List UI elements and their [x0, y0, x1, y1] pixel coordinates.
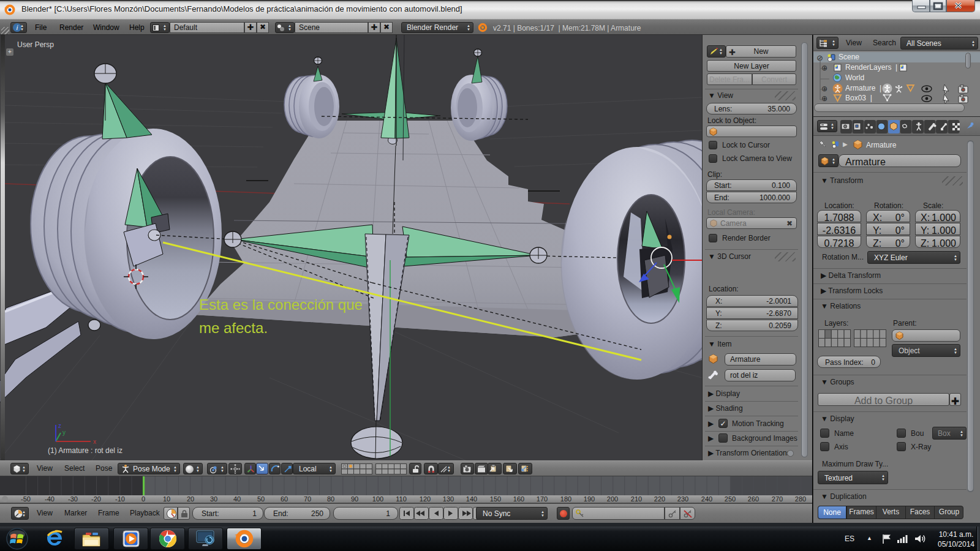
- svg-text:280: 280: [795, 495, 806, 503]
- svg-text:80: 80: [327, 495, 334, 503]
- svg-text:40: 40: [233, 495, 241, 503]
- svg-text:10: 10: [163, 495, 170, 503]
- svg-text:270: 270: [772, 495, 783, 503]
- svg-text:110: 110: [396, 495, 407, 503]
- svg-text:0: 0: [141, 495, 145, 503]
- svg-text:-40: -40: [45, 495, 55, 503]
- svg-text:-10: -10: [115, 495, 125, 503]
- svg-text:-30: -30: [68, 495, 78, 503]
- svg-text:120: 120: [420, 495, 431, 503]
- svg-text:150: 150: [490, 495, 501, 503]
- svg-text:z: z: [58, 422, 61, 429]
- svg-text:20: 20: [187, 495, 194, 503]
- svg-text:30: 30: [210, 495, 217, 503]
- svg-text:90: 90: [351, 495, 358, 503]
- svg-text:210: 210: [631, 495, 642, 503]
- svg-text:240: 240: [701, 495, 712, 503]
- svg-text:70: 70: [304, 495, 311, 503]
- svg-text:130: 130: [443, 495, 454, 503]
- svg-text:140: 140: [466, 495, 477, 503]
- svg-text:160: 160: [513, 495, 524, 503]
- svg-text:190: 190: [584, 495, 595, 503]
- svg-text:170: 170: [537, 495, 548, 503]
- svg-text:y: y: [62, 429, 66, 436]
- svg-text:60: 60: [281, 495, 288, 503]
- svg-text:100: 100: [372, 495, 383, 503]
- svg-text:x: x: [93, 438, 96, 445]
- svg-text:200: 200: [607, 495, 618, 503]
- svg-text:220: 220: [654, 495, 665, 503]
- svg-text:250: 250: [725, 495, 736, 503]
- svg-text:-20: -20: [91, 495, 101, 503]
- svg-text:50: 50: [257, 495, 265, 503]
- svg-text:260: 260: [748, 495, 759, 503]
- svg-text:180: 180: [560, 495, 571, 503]
- svg-text:-50: -50: [21, 495, 31, 503]
- svg-text:230: 230: [677, 495, 688, 503]
